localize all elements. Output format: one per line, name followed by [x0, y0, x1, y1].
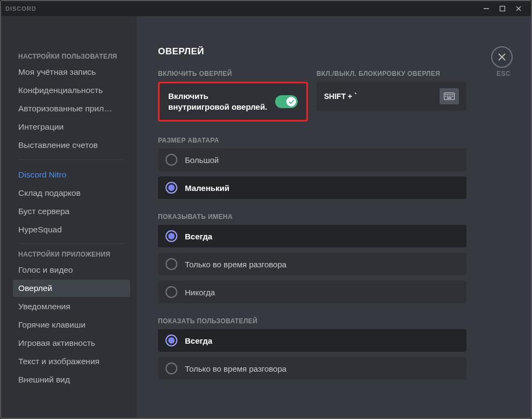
sidebar-item[interactable]: Авторизованные прил… — [13, 100, 130, 117]
show-names-group: ПОКАЗЫВАТЬ ИМЕНА ВсегдаТолько во время р… — [158, 213, 466, 303]
svg-rect-13 — [451, 96, 452, 97]
show-names-header: ПОКАЗЫВАТЬ ИМЕНА — [158, 213, 466, 221]
radio-option[interactable]: Всегда — [158, 225, 466, 247]
radio-icon — [166, 258, 177, 270]
close-settings-button[interactable] — [491, 46, 513, 68]
svg-rect-5 — [445, 94, 447, 95]
window-close-button[interactable] — [511, 1, 527, 16]
check-icon — [289, 99, 294, 105]
enable-overlay-toggle[interactable] — [275, 95, 298, 108]
section-header-user: НАСТРОЙКИ ПОЛЬЗОВАТЕЛЯ — [18, 53, 130, 60]
sidebar-item[interactable]: Внешний вид — [13, 371, 130, 388]
sidebar-item[interactable]: Склад подарков — [13, 184, 130, 202]
sidebar-item[interactable]: Текст и изображения — [13, 353, 130, 370]
sidebar-item[interactable]: Горячие клавиши — [13, 316, 130, 333]
radio-label: Маленький — [185, 183, 229, 193]
sidebar-item[interactable]: Выставление счетов — [13, 137, 130, 154]
divider — [18, 244, 125, 244]
radio-option[interactable]: Маленький — [158, 176, 466, 199]
radio-icon — [166, 182, 177, 194]
show-users-group: ПОКАЗАТЬ ПОЛЬЗОВАТЕЛЕЙ ВсегдаТолько во в… — [158, 317, 466, 380]
esc-column: ESC — [488, 16, 531, 418]
sidebar-item[interactable]: Голос и видео — [13, 261, 130, 279]
svg-rect-11 — [447, 96, 448, 97]
svg-rect-10 — [445, 96, 447, 97]
avatar-size-header: РАЗМЕР АВАТАРА — [158, 137, 466, 144]
settings-sidebar: НАСТРОЙКИ ПОЛЬЗОВАТЕЛЯ Моя учётная запис… — [1, 16, 136, 418]
radio-label: Всегда — [185, 232, 212, 241]
sidebar-item[interactable]: Discord Nitro — [13, 166, 130, 183]
svg-rect-8 — [451, 94, 452, 95]
sidebar-item[interactable]: Буст сервера — [13, 203, 130, 220]
radio-icon — [166, 154, 177, 166]
radio-icon — [166, 286, 177, 298]
section-header-app: НАСТРОЙКИ ПРИЛОЖЕНИЯ — [18, 251, 130, 258]
toggle-knob — [286, 97, 296, 106]
esc-label: ESC — [497, 70, 511, 77]
keyboard-icon — [444, 93, 455, 100]
settings-content: ОВЕРЛЕЙ ВКЛЮЧИТЬ ОВЕРЛЕЙ Включить внутри… — [136, 16, 488, 418]
radio-label: Только во время разговора — [185, 260, 286, 269]
enable-overlay-toggle-card[interactable]: Включить внутриигровой оверлей. — [158, 82, 308, 122]
radio-option[interactable]: Всегда — [158, 329, 466, 352]
svg-rect-9 — [452, 94, 454, 95]
hotkey-header: ВКЛ./ВЫКЛ. БЛОКИРОВКУ ОВЕРЛЕЯ — [317, 70, 466, 77]
maximize-icon — [499, 5, 506, 12]
window-maximize-button[interactable] — [494, 1, 511, 16]
sidebar-item[interactable]: HypeSquad — [13, 221, 130, 238]
radio-icon — [166, 335, 177, 346]
close-icon — [497, 52, 507, 62]
radio-label: Никогда — [185, 288, 215, 297]
app-window: DISCORD НАСТРОЙКИ ПОЛЬЗОВАТЕЛЯ Моя учётн… — [0, 0, 532, 419]
minimize-icon — [483, 5, 490, 12]
divider — [18, 159, 125, 160]
radio-icon — [166, 230, 177, 242]
svg-rect-1 — [500, 6, 505, 11]
radio-option[interactable]: Никогда — [158, 281, 466, 303]
sidebar-item[interactable]: Интеграции — [13, 118, 130, 136]
hotkey-value: SHIFT + ` — [324, 92, 434, 101]
overlay-lock-hotkey[interactable]: SHIFT + ` — [317, 82, 466, 111]
radio-label: Только во время разговора — [185, 364, 286, 373]
titlebar: DISCORD — [1, 1, 531, 16]
sidebar-item[interactable]: Оверлей — [13, 280, 130, 297]
keyboard-icon-button[interactable] — [440, 88, 459, 104]
enable-overlay-header: ВКЛЮЧИТЬ ОВЕРЛЕЙ — [158, 70, 308, 77]
svg-rect-15 — [447, 98, 451, 99]
sidebar-item[interactable]: Моя учётная запись — [13, 63, 130, 81]
content-wrap: ОВЕРЛЕЙ ВКЛЮЧИТЬ ОВЕРЛЕЙ Включить внутри… — [136, 16, 531, 418]
radio-option[interactable]: Большой — [158, 148, 466, 171]
page-title: ОВЕРЛЕЙ — [158, 46, 466, 57]
app-name: DISCORD — [5, 5, 478, 12]
close-icon — [515, 5, 522, 12]
body: НАСТРОЙКИ ПОЛЬЗОВАТЕЛЯ Моя учётная запис… — [1, 16, 531, 418]
svg-rect-12 — [449, 96, 450, 97]
radio-icon — [166, 363, 177, 374]
overlay-top-row: ВКЛЮЧИТЬ ОВЕРЛЕЙ Включить внутриигровой … — [158, 70, 466, 122]
window-minimize-button[interactable] — [478, 1, 494, 16]
radio-label: Большой — [185, 155, 219, 165]
sidebar-item[interactable]: Уведомления — [13, 298, 130, 315]
radio-option[interactable]: Только во время разговора — [158, 357, 466, 380]
enable-overlay-label: Включить внутриигровой оверлей. — [168, 91, 268, 112]
show-users-header: ПОКАЗАТЬ ПОЛЬЗОВАТЕЛЕЙ — [158, 317, 466, 325]
svg-rect-14 — [452, 96, 454, 97]
avatar-size-group: РАЗМЕР АВАТАРА БольшойМаленький — [158, 137, 466, 199]
radio-option[interactable]: Только во время разговора — [158, 253, 466, 275]
radio-label: Всегда — [185, 336, 212, 345]
sidebar-item[interactable]: Игровая активность — [13, 335, 130, 352]
svg-rect-6 — [447, 94, 448, 95]
svg-rect-7 — [449, 94, 450, 95]
sidebar-item[interactable]: Конфиденциальность — [13, 82, 130, 99]
